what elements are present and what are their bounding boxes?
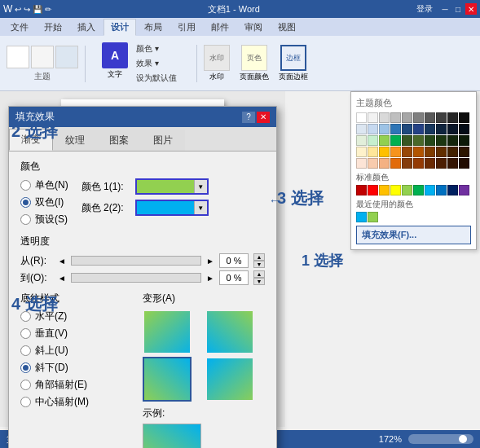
fill-effects-button[interactable]: 填充效果(F)... (356, 226, 471, 244)
tab-view[interactable]: 视图 (271, 19, 303, 36)
trans-from-up[interactable]: ▲ (253, 253, 265, 261)
tab-insert[interactable]: 插入 (70, 19, 103, 36)
trans-to-down[interactable]: ▼ (253, 278, 265, 285)
dialog-tab-texture[interactable]: 纹理 (53, 130, 97, 151)
color-cell[interactable] (368, 124, 378, 134)
tab-design[interactable]: 设计 (103, 19, 136, 36)
color-cell[interactable] (447, 158, 458, 169)
color-cell[interactable] (402, 158, 412, 169)
std-color-cell[interactable] (356, 185, 367, 195)
std-color-cell[interactable] (459, 185, 469, 195)
std-color-cell[interactable] (402, 185, 412, 195)
color-cell[interactable] (368, 158, 378, 169)
color-cell[interactable] (368, 147, 378, 157)
radio-preset[interactable]: 预设(S) (20, 213, 68, 226)
trans-from-right-arrow[interactable]: ► (206, 257, 214, 266)
std-color-cell[interactable] (436, 185, 447, 195)
color1-dropdown[interactable]: ▼ (135, 178, 209, 195)
color-cell[interactable] (390, 158, 401, 169)
theme-swatch-2[interactable] (31, 46, 54, 68)
color-cell[interactable] (390, 147, 401, 157)
color-cell[interactable] (402, 135, 412, 146)
color-cell[interactable] (413, 158, 424, 169)
theme-swatch-1[interactable] (7, 46, 29, 68)
color-cell[interactable] (413, 124, 424, 134)
text-effect-button[interactable]: A 文字 (102, 42, 128, 85)
std-color-cell[interactable] (368, 185, 378, 195)
dialog-tab-pattern[interactable]: 图案 (97, 130, 141, 151)
page-color-button[interactable]: 页色 页面颜色 (240, 45, 269, 82)
color-cell[interactable] (436, 112, 447, 123)
color-cell[interactable] (436, 124, 447, 134)
color-cell[interactable] (390, 135, 401, 146)
radio-corner-radiate[interactable]: 角部辐射(E) (20, 378, 134, 392)
std-color-cell[interactable] (425, 185, 435, 195)
close-button[interactable]: ✕ (465, 3, 477, 15)
trans-from-slider[interactable] (71, 256, 201, 266)
color-cell[interactable] (356, 112, 367, 123)
color-cell[interactable] (459, 124, 469, 134)
color-cell[interactable] (436, 135, 447, 146)
color-cell[interactable] (459, 112, 469, 123)
color-cell[interactable] (459, 147, 469, 157)
color-cell[interactable] (402, 112, 412, 123)
color-cell[interactable] (459, 135, 469, 146)
dialog-close-button[interactable]: ✕ (257, 112, 270, 123)
default-btn[interactable]: 设为默认值 (133, 72, 180, 85)
color-cell[interactable] (436, 158, 447, 169)
color-cell[interactable] (379, 158, 390, 169)
tab-layout[interactable]: 布局 (137, 19, 170, 36)
color-cell[interactable] (425, 147, 435, 157)
radio-double[interactable]: 双色(I) (20, 195, 68, 209)
std-color-cell[interactable] (413, 185, 424, 195)
recent-color-cell[interactable] (356, 212, 367, 222)
tab-home[interactable]: 开始 (37, 19, 69, 36)
color-cell[interactable] (425, 112, 435, 123)
color-cell[interactable] (356, 135, 367, 146)
color-cell[interactable] (425, 135, 435, 146)
trans-from-down[interactable]: ▼ (253, 261, 265, 268)
trans-to-slider[interactable] (71, 273, 201, 283)
radio-vertical[interactable]: 垂直(V) (20, 327, 134, 340)
recent-color-cell[interactable] (368, 212, 378, 222)
color-cell[interactable] (413, 135, 424, 146)
watermark-button[interactable]: 水印 水印 (204, 45, 230, 82)
variant-cell-3[interactable] (143, 357, 192, 402)
std-color-cell[interactable] (447, 185, 458, 195)
trans-from-left-arrow[interactable]: ◄ (58, 257, 66, 266)
color-cell[interactable] (447, 112, 458, 123)
minimize-button[interactable]: ─ (439, 3, 451, 15)
color-cell[interactable] (379, 147, 390, 157)
tab-review[interactable]: 审阅 (237, 19, 270, 36)
color-cell[interactable] (413, 112, 424, 123)
trans-to-left-arrow[interactable]: ◄ (58, 274, 66, 283)
color-btn[interactable]: 颜色 ▾ (133, 42, 180, 55)
tab-references[interactable]: 引用 (170, 19, 203, 36)
color-cell[interactable] (390, 112, 401, 123)
color-cell[interactable] (356, 158, 367, 169)
color-cell[interactable] (447, 147, 458, 157)
color-cell[interactable] (425, 158, 435, 169)
color-cell[interactable] (402, 124, 412, 134)
color-cell[interactable] (447, 124, 458, 134)
color2-dropdown[interactable]: ▼ (135, 200, 209, 216)
radio-diagonal-down[interactable]: 斜下(D) (20, 361, 134, 375)
trans-to-right-arrow[interactable]: ► (206, 274, 214, 283)
maximize-button[interactable]: □ (452, 3, 464, 15)
color1-arrow[interactable]: ▼ (194, 180, 207, 193)
trans-to-up[interactable]: ▲ (253, 270, 265, 278)
color2-arrow[interactable]: ▼ (194, 201, 207, 214)
color-cell[interactable] (390, 124, 401, 134)
color-cell[interactable] (368, 112, 378, 123)
radio-diagonal-up[interactable]: 斜上(U) (20, 344, 134, 358)
color-cell[interactable] (402, 147, 412, 157)
color-cell[interactable] (379, 112, 390, 123)
std-color-cell[interactable] (390, 185, 401, 195)
effects-btn[interactable]: 效果 ▾ (133, 57, 180, 70)
color-cell[interactable] (356, 124, 367, 134)
tab-file[interactable]: 文件 (3, 19, 36, 36)
color-cell[interactable] (459, 158, 469, 169)
page-border-button[interactable]: 边框 页面边框 (279, 45, 308, 82)
theme-swatch-3[interactable] (55, 46, 78, 68)
tab-mailings[interactable]: 邮件 (204, 19, 236, 36)
